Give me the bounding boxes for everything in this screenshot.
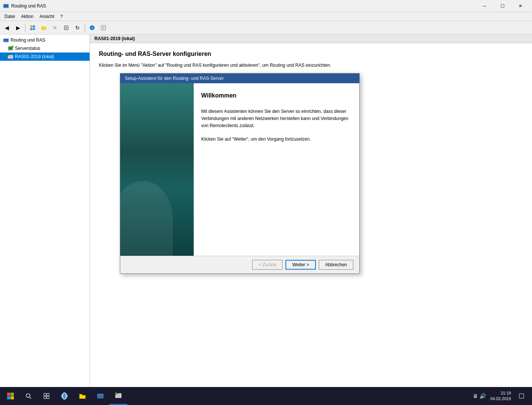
svg-rect-18 xyxy=(4,40,7,41)
systray: 🖥 🔊 xyxy=(473,393,486,399)
svg-rect-28 xyxy=(7,393,10,396)
volume-icon: 🔊 xyxy=(480,393,486,399)
tree-root-label: Routing und RAS xyxy=(10,38,45,43)
search-button[interactable] xyxy=(19,387,37,405)
svg-rect-29 xyxy=(11,393,14,396)
content-pane: RAS01-2019 (lokal) Routing- und RAS-Serv… xyxy=(90,34,532,387)
wizard-welcome-heading: Willkommen xyxy=(201,92,352,99)
menu-datei[interactable]: Datei xyxy=(1,12,18,21)
routing-ras-icon xyxy=(3,37,9,43)
svg-rect-44 xyxy=(99,396,101,397)
close-button[interactable]: ✕ xyxy=(512,0,529,12)
notification-button[interactable] xyxy=(516,387,528,405)
wizard-sidebar-image xyxy=(120,83,194,256)
menu-aktion[interactable]: Aktion xyxy=(18,12,36,21)
routing-app-button[interactable] xyxy=(109,387,127,405)
ie-app-button[interactable] xyxy=(55,387,73,405)
title-bar-controls: ─ ☐ ✕ xyxy=(476,0,529,12)
svg-rect-37 xyxy=(47,396,49,399)
app-icon xyxy=(3,3,9,9)
toolbar-separator-1 xyxy=(25,24,25,32)
network-icon: 🖥 xyxy=(473,393,478,399)
svg-rect-46 xyxy=(116,394,121,397)
restore-button[interactable]: ☐ xyxy=(494,0,511,12)
help-button[interactable]: ? xyxy=(87,22,97,33)
svg-rect-36 xyxy=(44,396,46,399)
back-wizard-button[interactable]: < Zurück xyxy=(252,260,282,270)
ras-server-icon xyxy=(7,54,13,60)
sidebar: Routing und RAS Serverstatus xyxy=(0,34,90,387)
svg-rect-23 xyxy=(9,48,12,49)
svg-rect-35 xyxy=(47,393,49,396)
svg-rect-4 xyxy=(30,26,32,27)
minimize-button[interactable]: ─ xyxy=(476,0,493,12)
wizard-footer: < Zurück Weiter > Abbrechen xyxy=(120,256,359,273)
up-button[interactable] xyxy=(27,22,38,33)
back-button[interactable]: ◀ xyxy=(1,22,12,33)
svg-rect-43 xyxy=(99,395,102,396)
clock-date: 04.02.2019 xyxy=(490,396,511,402)
wizard-dialog: Setup-Assistent für den Routing- und RAS… xyxy=(120,73,360,274)
toolbar: ◀ ▶ ✕ ↻ ? ⊞ xyxy=(0,21,532,34)
svg-point-24 xyxy=(11,46,13,48)
svg-rect-2 xyxy=(5,6,7,6)
svg-point-3 xyxy=(6,8,6,8)
wizard-paragraph-1: Mit diesem Assistenten können Sie den Se… xyxy=(201,108,352,130)
svg-rect-20 xyxy=(5,42,7,42)
forward-button[interactable]: ▶ xyxy=(13,22,23,33)
svg-rect-6 xyxy=(30,28,32,30)
start-button[interactable] xyxy=(1,387,19,405)
taskbar: 🖥 🔊 21:18 04.02.2019 xyxy=(0,387,532,405)
svg-text:?: ? xyxy=(91,26,93,30)
wizard-sidebar-decoration xyxy=(120,181,173,256)
menu-ansicht[interactable]: Ansicht xyxy=(36,12,57,21)
serverstatus-label: Serverstatus xyxy=(15,46,40,51)
toolbar-separator-2 xyxy=(85,24,85,32)
menu-help[interactable]: ? xyxy=(57,12,66,21)
properties-button[interactable] xyxy=(61,22,72,33)
svg-rect-11 xyxy=(65,28,67,29)
wizard-paragraph-2: Klicken Sie auf "Weiter", um den Vorgang… xyxy=(201,136,352,143)
svg-rect-26 xyxy=(9,56,12,58)
svg-rect-30 xyxy=(7,396,10,400)
next-wizard-button[interactable]: Weiter > xyxy=(285,260,316,270)
explorer-app-button[interactable] xyxy=(73,387,91,405)
tree-root[interactable]: Routing und RAS xyxy=(0,36,90,44)
folder-button[interactable] xyxy=(39,22,49,33)
svg-text:⊞: ⊞ xyxy=(102,26,105,29)
title-bar: Routing und RAS ─ ☐ ✕ xyxy=(0,0,532,12)
taskbar-right: 🖥 🔊 21:18 04.02.2019 xyxy=(473,387,531,405)
title-bar-text: Routing und RAS xyxy=(11,3,46,9)
wizard-overlay: Setup-Assistent für den Routing- und RAS… xyxy=(90,43,532,387)
delete-button[interactable]: ✕ xyxy=(50,22,60,33)
wizard-body: Willkommen Mit diesem Assistenten können… xyxy=(120,83,359,256)
main-area: Routing und RAS Serverstatus xyxy=(0,34,532,387)
svg-rect-31 xyxy=(11,396,14,400)
svg-point-32 xyxy=(26,394,30,398)
ras-server-label: RAS01-2019 (lokal) xyxy=(15,54,54,59)
svg-rect-10 xyxy=(65,28,67,28)
svg-rect-9 xyxy=(65,27,67,27)
export-button[interactable]: ⊞ xyxy=(98,22,109,33)
content-header: RAS01-2019 (lokal) xyxy=(90,34,532,43)
title-bar-left: Routing und RAS xyxy=(3,3,46,9)
svg-rect-48 xyxy=(519,394,524,398)
svg-rect-7 xyxy=(33,28,35,30)
tree-ras-server[interactable]: RAS01-2019 (lokal) xyxy=(0,52,90,61)
server-manager-button[interactable] xyxy=(91,387,109,405)
system-clock[interactable]: 21:18 04.02.2019 xyxy=(487,390,514,402)
svg-point-47 xyxy=(115,392,117,394)
refresh-button[interactable]: ↻ xyxy=(72,22,83,33)
content-body: Routing- und RAS-Server konfigurieren Kl… xyxy=(90,43,532,387)
serverstatus-icon xyxy=(7,45,13,51)
svg-rect-5 xyxy=(33,26,35,27)
wizard-content: Willkommen Mit diesem Assistenten können… xyxy=(194,83,359,256)
taskview-button[interactable] xyxy=(37,387,55,405)
tree-serverstatus[interactable]: Serverstatus xyxy=(0,44,90,52)
svg-rect-34 xyxy=(44,393,46,396)
clock-time: 21:18 xyxy=(490,390,511,396)
svg-point-27 xyxy=(8,54,9,56)
menu-bar: Datei Aktion Ansicht ? xyxy=(0,12,532,21)
svg-line-33 xyxy=(30,397,31,399)
cancel-wizard-button[interactable]: Abbrechen xyxy=(319,260,353,270)
